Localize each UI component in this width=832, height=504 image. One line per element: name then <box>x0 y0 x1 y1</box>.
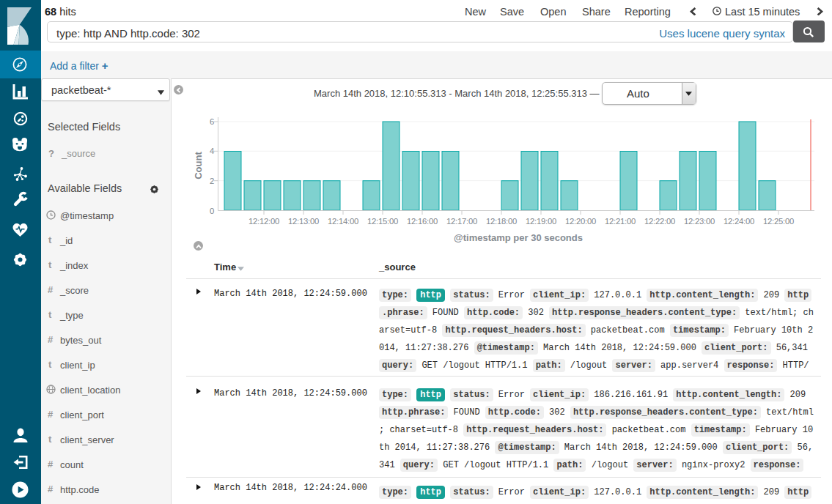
svg-text:12:20:00: 12:20:00 <box>565 217 596 226</box>
svg-text:Count: Count <box>193 152 204 179</box>
svg-text:12:18:00: 12:18:00 <box>486 217 517 226</box>
svg-text:12:25:00: 12:25:00 <box>763 217 794 226</box>
svg-text:12:23:00: 12:23:00 <box>684 217 715 226</box>
svg-text:6: 6 <box>210 117 214 126</box>
svg-text:12:17:00: 12:17:00 <box>446 217 477 226</box>
svg-text:0: 0 <box>210 207 214 215</box>
svg-text:4: 4 <box>210 147 214 155</box>
svg-text:12:13:00: 12:13:00 <box>288 217 319 226</box>
svg-text:12:12:00: 12:12:00 <box>249 217 279 226</box>
svg-text:12:19:00: 12:19:00 <box>526 217 556 226</box>
svg-text:2: 2 <box>210 177 214 185</box>
svg-text:12:21:00: 12:21:00 <box>605 217 636 226</box>
svg-text:12:22:00: 12:22:00 <box>644 217 675 226</box>
svg-text:12:24:00: 12:24:00 <box>724 217 754 226</box>
svg-text:12:16:00: 12:16:00 <box>407 217 438 226</box>
svg-text:12:14:00: 12:14:00 <box>328 217 358 226</box>
svg-text:12:15:00: 12:15:00 <box>367 217 398 226</box>
